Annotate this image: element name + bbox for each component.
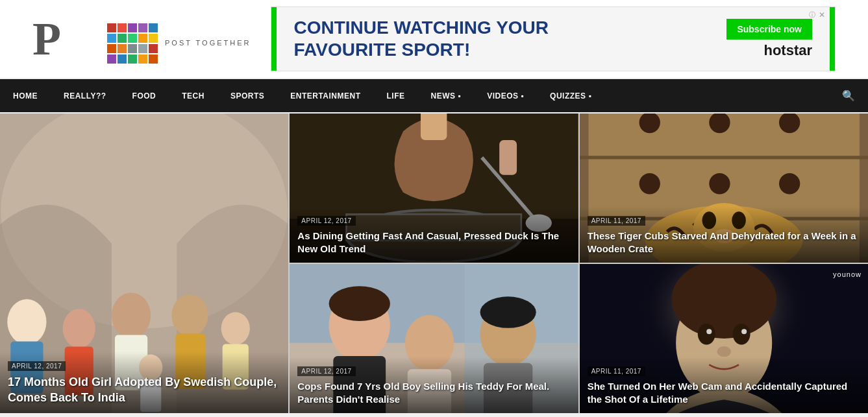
logo-grid-cell [118,54,127,64]
card-overlay-webcam: APRIL 11, 2017 She Turned On Her Web Cam… [580,357,868,413]
nav-items: HOME REALLY?? FOOD TECH SPORTS ENTERTAIN… [0,81,829,111]
svg-point-31 [779,173,800,194]
nav-life[interactable]: LIFE [374,81,418,111]
ad-banner: CONTINUE WATCHING YOURFAVOURITE SPORT! S… [271,6,836,71]
svg-point-56 [717,346,731,357]
logo-subtitle: POST TOGETHER [165,39,251,47]
ad-right-bar [830,7,835,71]
nav-news[interactable]: NEWS ▪ [418,81,475,111]
nav-videos[interactable]: VIDEOS ▪ [474,81,537,111]
younow-badge: younow [833,270,862,278]
card-overlay-main: APRIL 12, 2017 17 Months Old Girl Adopte… [0,351,288,413]
nav-sports[interactable]: SPORTS [217,81,277,111]
site-header: P POST TOGETHER CONTINUE WATCHING YOURFA… [0,0,868,79]
card-title-webcam: She Turned On Her Web Cam and Accidental… [588,380,860,405]
svg-point-30 [709,173,730,194]
logo-grid-cell [138,54,147,64]
nav-tech[interactable]: TECH [169,81,217,111]
card-date-main: APRIL 12, 2017 [8,361,66,371]
article-card-main[interactable]: APRIL 12, 2017 17 Months Old Girl Adopte… [0,113,288,413]
nav-really[interactable]: REALLY?? [51,81,119,111]
logo-grid-cell [138,23,147,32]
card-date-duck: APRIL 12, 2017 [297,216,355,226]
svg-point-55 [741,329,747,334]
svg-point-46 [329,286,390,321]
logo-grid-cell [128,54,137,64]
nav-food[interactable]: FOOD [119,81,169,111]
nav-quizzes[interactable]: QUIZZES ▪ [537,81,604,111]
logo-grid-cell [107,34,116,43]
articles-grid: APRIL 12, 2017 17 Months Old Girl Adopte… [0,113,868,413]
svg-rect-18 [421,113,447,140]
logo-grid-cell [128,23,137,32]
card-date-webcam: APRIL 11, 2017 [588,366,645,376]
ad-text: CONTINUE WATCHING YOURFAVOURITE SPORT! [281,17,549,60]
ad-right: Subscribe now hotstar [726,19,825,59]
logo-grid-cell [138,34,147,43]
nav-entertainment[interactable]: ENTERTAINMENT [277,81,373,111]
card-overlay-duck: APRIL 12, 2017 As Dining Getting Fast An… [290,206,578,263]
search-button[interactable]: 🔍 [829,79,868,112]
logo-grid-cell [149,23,158,32]
svg-point-54 [706,329,712,334]
logo-grid-cell [128,34,137,43]
svg-point-2 [7,299,46,344]
logo-grid-cell [107,54,116,64]
svg-point-52 [697,324,715,344]
logo-grid-cell [107,23,116,32]
logo-grid-cell [118,23,127,32]
logo-grid-cell [128,44,137,53]
card-title-duck: As Dining Getting Fast And Casual, Press… [297,230,570,255]
card-overlay-tiger: APRIL 11, 2017 These Tiger Cubs Starved … [580,206,868,263]
logo-area: P [32,16,61,62]
article-card-tiger[interactable]: APRIL 11, 2017 These Tiger Cubs Starved … [580,113,868,263]
svg-point-8 [171,294,208,336]
article-card-duck[interactable]: APRIL 12, 2017 As Dining Getting Fast An… [290,113,578,263]
card-date-cops: APRIL 12, 2017 [297,366,355,376]
logo-grid-cell [107,44,116,53]
nav-home[interactable]: HOME [0,81,51,111]
logo-letter: P [32,16,61,62]
svg-point-10 [221,312,250,344]
card-date-tiger: APRIL 11, 2017 [588,216,645,226]
logo-grid-cell [118,44,127,53]
logo-grid [107,23,158,64]
svg-point-47 [480,296,536,328]
ad-info-icon[interactable]: ⓘ [809,10,815,19]
svg-point-29 [639,173,660,194]
logo-grid-cell [149,54,158,64]
card-title-cops: Cops Found 7 Yrs Old Boy Selling His Ted… [297,380,570,405]
card-title-tiger: These Tiger Cubs Starved And Dehydrated … [588,230,860,255]
ad-close-icon[interactable]: ✕ [819,10,825,19]
subscribe-button[interactable]: Subscribe now [726,19,812,40]
main-nav: HOME REALLY?? FOOD TECH SPORTS ENTERTAIN… [0,79,868,112]
logo-grid-cell [118,34,127,43]
ad-left-bar [271,7,277,71]
svg-rect-21 [499,140,517,175]
hotstar-brand: hotstar [763,42,812,59]
svg-point-4 [63,309,95,348]
article-card-cops[interactable]: APRIL 12, 2017 Cops Found 7 Yrs Old Boy … [290,264,578,413]
logo-grid-cell [149,44,158,53]
article-card-webcam[interactable]: younow APRIL 11, 2017 She Turned On Her … [580,264,868,413]
logo-grid-cell [149,34,158,43]
card-overlay-cops: APRIL 12, 2017 Cops Found 7 Yrs Old Boy … [290,357,578,413]
card-title-main: 17 Months Old Girl Adopted By Swedish Co… [8,375,280,405]
svg-point-6 [112,292,151,338]
logo-grid-cell [138,44,147,53]
svg-point-53 [732,324,750,344]
